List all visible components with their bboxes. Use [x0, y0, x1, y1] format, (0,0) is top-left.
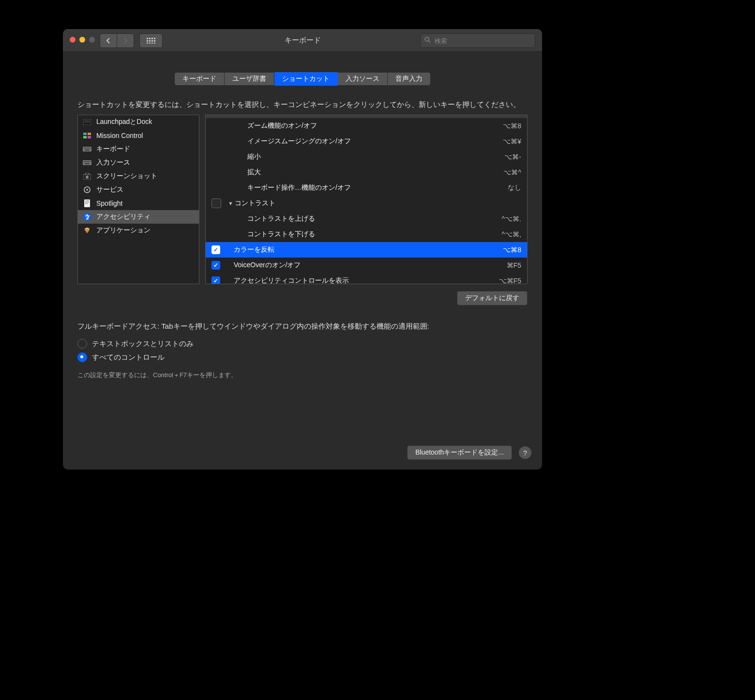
sidebar-item-services[interactable]: サービス [78, 183, 199, 197]
category-list[interactable]: LaunchpadとDock Mission Control キーボード 入力ソ… [77, 115, 199, 284]
svg-rect-3 [154, 38, 155, 39]
sidebar-item-label: スクリーンショット [96, 172, 157, 181]
shortcut-row-image-smoothing[interactable]: ✓▼ イメージスムージングのオン/オフ ⌥⌘¥ [206, 134, 527, 149]
radio-label: すべてのコントロール [92, 353, 165, 362]
sidebar-item-screenshots[interactable]: スクリーンショット [78, 169, 199, 183]
radio-icon [77, 339, 87, 349]
radio-all-controls[interactable]: すべてのコントロール [77, 350, 528, 364]
radio-text-boxes-lists[interactable]: テキストボックスとリストのみ [77, 337, 528, 350]
defaults-row: デフォルトに戻す [77, 291, 528, 305]
chevron-left-icon [106, 38, 111, 44]
sidebar-item-input-sources[interactable]: 入力ソース [78, 156, 199, 169]
shortcut-label: カラーを反転 [234, 245, 499, 254]
shortcut-key: ^⌥⌘, [498, 230, 521, 238]
svg-rect-0 [147, 38, 148, 39]
svg-line-13 [428, 41, 430, 43]
forward-button[interactable] [117, 33, 134, 48]
disclosure-triangle-icon[interactable]: ▼ [228, 200, 235, 206]
svg-rect-31 [88, 161, 89, 162]
chevron-right-icon [123, 38, 128, 44]
bluetooth-keyboard-button[interactable]: Bluetoothキーボードを設定... [407, 445, 512, 460]
help-button[interactable]: ? [519, 446, 531, 459]
sidebar-item-mission-control[interactable]: Mission Control [78, 129, 199, 142]
close-icon[interactable] [70, 37, 76, 43]
search-field[interactable] [420, 33, 535, 48]
keyboard-icon [83, 145, 91, 153]
tab-input-sources[interactable]: 入力ソース [338, 72, 388, 86]
shortcut-label: アクセシビリティコントロールを表示 [234, 276, 495, 284]
minimize-icon[interactable] [79, 37, 85, 43]
sidebar-item-keyboard[interactable]: キーボード [78, 142, 199, 156]
shortcut-key: ⌥⌘F5 [495, 277, 521, 284]
shortcut-checkbox[interactable]: ✓ [211, 261, 220, 270]
app-icon [83, 226, 91, 235]
sidebar-item-label: Spotlight [96, 199, 122, 207]
shortcut-row-zoom-out[interactable]: ✓▼ 縮小 ⌥⌘- [206, 149, 527, 165]
shortcut-row-invert-colors[interactable]: ✓▼ カラーを反転 ⌥⌘8 [206, 242, 527, 258]
content-area: ショートカットを変更するには、ショートカットを選択し、キーコンビネーションをクリ… [63, 86, 542, 380]
tab-user-dictionary[interactable]: ユーザ辞書 [225, 72, 274, 86]
shortcut-label: 縮小 [247, 152, 500, 161]
svg-rect-2 [151, 38, 153, 39]
shortcut-label: キーボード操作…機能のオン/オフ [247, 183, 504, 192]
shortcut-row-voiceover[interactable]: ✓▼ VoiceOverのオン/オフ ⌘F5 [206, 258, 527, 273]
screenshot-icon [83, 172, 91, 181]
shortcut-row-increase-contrast[interactable]: ✓▼ コントラストを上げる ^⌥⌘. [206, 211, 527, 227]
search-input[interactable] [434, 37, 531, 45]
panels: LaunchpadとDock Mission Control キーボード 入力ソ… [77, 115, 528, 284]
group-checkbox[interactable]: ✓ [211, 198, 221, 208]
shortcut-row-decrease-contrast[interactable]: ✓▼ コントラストを下げる ^⌥⌘, [206, 227, 527, 242]
svg-rect-29 [85, 161, 86, 162]
svg-rect-42 [85, 203, 88, 204]
full-kbd-access-text: フルキーボードアクセス: Tabキーを押してウインドウやダイアログ内の操作対象を… [77, 320, 528, 333]
sidebar-item-label: 入力ソース [96, 158, 130, 167]
tab-dictation[interactable]: 音声入力 [388, 72, 431, 86]
svg-rect-15 [84, 120, 90, 123]
svg-rect-20 [83, 147, 91, 152]
svg-rect-23 [87, 148, 88, 149]
svg-rect-1 [149, 38, 151, 39]
window-controls [70, 37, 95, 43]
svg-rect-11 [154, 43, 155, 44]
instruction-text: ショートカットを変更するには、ショートカットを選択し、キーコンビネーションをクリ… [77, 98, 528, 111]
svg-rect-22 [85, 148, 86, 149]
shortcut-checkbox[interactable]: ✓ [211, 245, 220, 254]
svg-rect-24 [88, 148, 89, 149]
svg-rect-6 [151, 40, 153, 42]
svg-rect-36 [86, 173, 89, 175]
svg-rect-25 [90, 148, 91, 149]
svg-rect-33 [85, 163, 90, 164]
shortcut-key: ⌘F5 [503, 261, 521, 269]
svg-rect-27 [83, 160, 91, 165]
sidebar-item-label: キーボード [96, 145, 130, 153]
svg-rect-40 [85, 200, 89, 201]
control-f7-hint: この設定を変更するには、Control＋F7キーを押します。 [77, 371, 528, 380]
sidebar-item-launchpad[interactable]: LaunchpadとDock [78, 115, 199, 129]
svg-rect-7 [154, 40, 155, 42]
shortcut-key: ⌥⌘8 [499, 246, 521, 254]
svg-rect-17 [88, 133, 91, 135]
show-all-button[interactable] [139, 33, 163, 48]
zoom-icon[interactable] [89, 37, 95, 43]
sidebar-item-label: アプリケーション [96, 226, 151, 235]
svg-rect-16 [83, 133, 87, 135]
shortcut-group-contrast[interactable]: ✓ ▼ コントラスト [206, 196, 527, 211]
accessibility-icon [83, 213, 91, 221]
restore-defaults-button[interactable]: デフォルトに戻す [457, 291, 528, 305]
tab-keyboard[interactable]: キーボード [174, 72, 225, 86]
tab-shortcuts[interactable]: ショートカット [274, 72, 338, 86]
radio-label: テキストボックスとリストのみ [92, 339, 194, 349]
back-button[interactable] [100, 33, 117, 48]
svg-rect-4 [147, 40, 148, 42]
kbd-access-radios: テキストボックスとリストのみ すべてのコントロール [77, 337, 528, 364]
sidebar-item-app-shortcuts[interactable]: アプリケーション [78, 224, 199, 237]
shortcut-checkbox[interactable]: ✓ [211, 276, 220, 284]
shortcut-key: ⌥⌘¥ [499, 137, 521, 145]
shortcut-row-zoom-in[interactable]: ✓▼ 拡大 ⌥⌘^ [206, 165, 527, 180]
shortcut-list[interactable]: ✓▼ ズーム機能のオン/オフ ⌥⌘8 ✓▼ イメージスムージングのオン/オフ ⌥… [205, 115, 528, 284]
shortcut-row-kbd-access-toggle[interactable]: ✓▼ キーボード操作…機能のオン/オフ なし [206, 180, 527, 196]
sidebar-item-accessibility[interactable]: アクセシビリティ [78, 210, 199, 224]
shortcut-row-show-accessibility-controls[interactable]: ✓▼ アクセシビリティコントロールを表示 ⌥⌘F5 [206, 273, 527, 284]
shortcut-row-zoom-toggle[interactable]: ✓▼ ズーム機能のオン/オフ ⌥⌘8 [206, 118, 527, 134]
sidebar-item-spotlight[interactable]: Spotlight [78, 197, 199, 210]
